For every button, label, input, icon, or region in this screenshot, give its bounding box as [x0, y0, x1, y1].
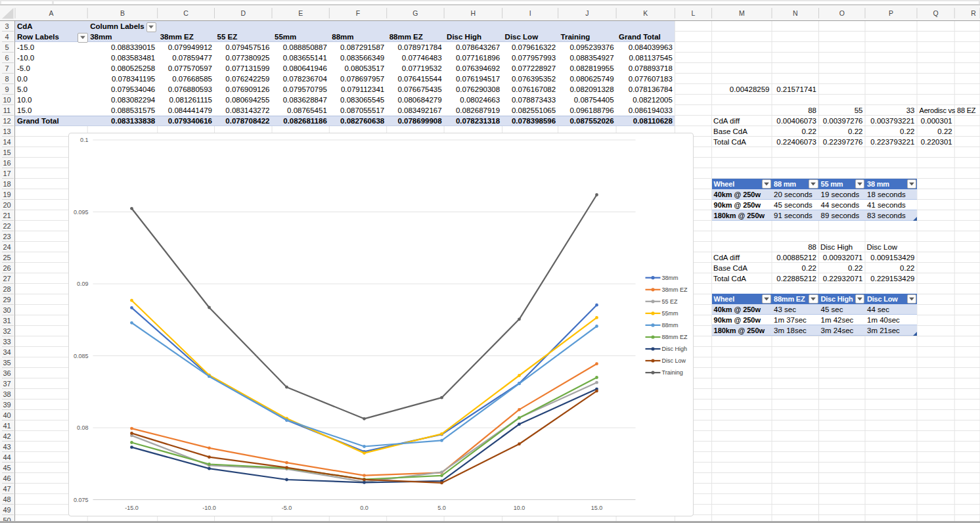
svg-text:15.0: 15.0: [591, 505, 603, 511]
svg-text:0.0: 0.0: [360, 505, 368, 511]
svg-text:55 EZ: 55 EZ: [662, 298, 679, 305]
svg-text:38mm: 38mm: [662, 275, 679, 281]
svg-text:Disc Low: Disc Low: [662, 357, 686, 364]
svg-text:0.09: 0.09: [77, 281, 89, 287]
svg-text:0.08: 0.08: [77, 424, 89, 431]
svg-text:Disc High: Disc High: [662, 346, 688, 352]
svg-text:10.0: 10.0: [514, 505, 525, 511]
svg-text:38mm EZ: 38mm EZ: [662, 286, 688, 293]
svg-text:88mm EZ: 88mm EZ: [662, 334, 688, 340]
svg-text:0.075: 0.075: [74, 497, 89, 503]
svg-text:-10.0: -10.0: [202, 505, 216, 511]
svg-text:0.095: 0.095: [74, 209, 89, 216]
svg-text:-5.0: -5.0: [282, 505, 292, 511]
svg-text:88mm: 88mm: [662, 322, 679, 329]
svg-text:5.0: 5.0: [437, 505, 446, 511]
svg-text:-15.0: -15.0: [125, 505, 139, 511]
svg-text:55mm: 55mm: [662, 310, 679, 317]
svg-text:0.085: 0.085: [74, 353, 89, 359]
svg-text:Training: Training: [662, 369, 683, 376]
svg-text:0.1: 0.1: [80, 137, 89, 143]
